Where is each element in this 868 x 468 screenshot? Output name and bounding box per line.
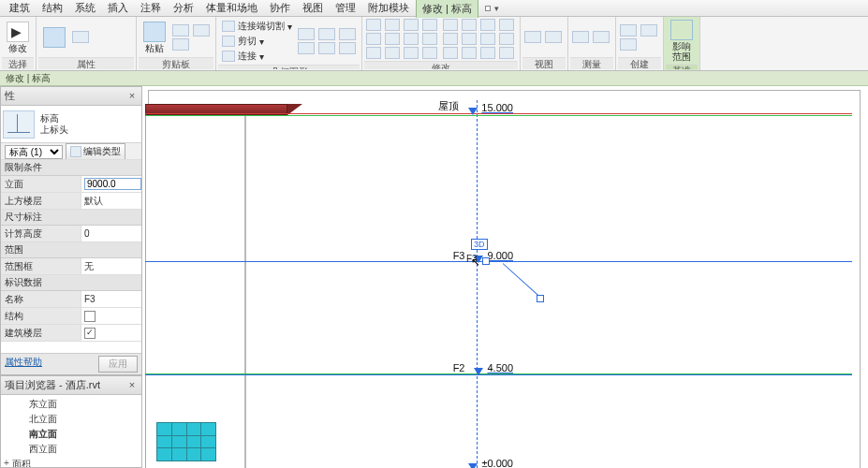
property-row[interactable]: 计算高度0 <box>1 226 141 242</box>
level-elbow-line[interactable] <box>503 263 541 298</box>
menu-tab[interactable]: 建筑 <box>4 0 36 17</box>
checkbox[interactable] <box>84 311 96 322</box>
level-elevation[interactable]: 15.000 <box>481 102 513 113</box>
drawing-canvas[interactable]: 3D 屋顶15.000F39.000F24.500±0.000 ↖ F3 <box>142 86 868 468</box>
instance-count-select[interactable]: 标高 (1) <box>5 145 63 159</box>
menu-tab[interactable]: 注释 <box>135 0 167 17</box>
menu-tab[interactable]: 体量和场地 <box>200 0 263 17</box>
menu-tab[interactable]: 附加模块 <box>362 0 415 17</box>
project-browser-tree[interactable]: 东立面北立面南立面西立面+面积+明细表/数量−图纸 (全部)001 - 总平面图… <box>1 395 141 467</box>
geom-icon[interactable] <box>318 28 335 40</box>
apply-button[interactable]: 应用 <box>98 356 138 373</box>
checkbox[interactable] <box>84 328 96 339</box>
match-icon[interactable] <box>172 38 189 51</box>
geom-icon[interactable] <box>318 42 335 54</box>
level-name[interactable]: F2 <box>453 362 465 373</box>
mirror-icon[interactable] <box>404 19 419 31</box>
delete-icon[interactable] <box>422 47 437 59</box>
modify-tool-button[interactable]: ▶ 修改 <box>2 20 34 55</box>
tool-icon[interactable] <box>499 47 514 59</box>
geom-icon[interactable] <box>298 42 315 54</box>
property-row[interactable]: 立面 <box>1 176 141 193</box>
material-swatch[interactable] <box>156 422 216 461</box>
split-icon[interactable] <box>422 33 437 45</box>
offset-icon[interactable] <box>385 19 400 31</box>
level-marker[interactable]: ±0.000 <box>459 458 513 468</box>
properties-title-bar[interactable]: 性 × <box>1 87 141 106</box>
level-name[interactable]: F3 <box>453 250 465 261</box>
tool-icon[interactable] <box>462 33 477 45</box>
tool-icon[interactable] <box>462 47 477 59</box>
menu-tab[interactable]: 系统 <box>69 0 101 17</box>
properties-help-link[interactable]: 属性帮助 <box>5 356 42 373</box>
close-icon[interactable]: × <box>126 91 138 102</box>
close-icon[interactable]: × <box>126 380 138 391</box>
menu-tab[interactable]: 插入 <box>102 0 134 17</box>
property-value[interactable]: 默认 <box>81 193 141 209</box>
cut-geom-button[interactable]: 剪切 ▾ <box>222 35 292 48</box>
level-line[interactable] <box>145 261 852 262</box>
tree-item[interactable]: 南立面 <box>1 427 141 442</box>
level-elevation[interactable]: 9.000 <box>487 250 513 261</box>
menu-tab[interactable]: 协作 <box>264 0 296 17</box>
copy-tool-icon[interactable] <box>366 33 381 45</box>
join-button[interactable]: 连接 ▾ <box>222 50 292 63</box>
scale-icon[interactable] <box>385 47 400 59</box>
tree-item[interactable]: +面积 <box>1 457 141 467</box>
geom-icon[interactable] <box>339 28 356 40</box>
copy-icon[interactable] <box>193 24 210 37</box>
property-row[interactable]: 结构 <box>1 308 141 325</box>
menu-tab[interactable]: 结构 <box>37 0 68 17</box>
menu-tab-active[interactable]: 修改 | 标高 <box>416 0 478 18</box>
propagate-extents-button[interactable]: 影响 范围 <box>666 18 698 64</box>
property-row[interactable]: 建筑楼层 <box>1 325 141 342</box>
type-icon[interactable] <box>72 31 89 43</box>
properties-button[interactable] <box>38 25 70 51</box>
tool-icon[interactable] <box>480 47 495 59</box>
tool-icon[interactable] <box>443 47 458 59</box>
level-marker[interactable]: F24.500 <box>453 362 513 373</box>
paste-button[interactable]: 粘贴 <box>139 20 170 55</box>
cut-icon[interactable] <box>172 24 189 37</box>
property-value[interactable] <box>81 176 141 192</box>
axis-3d-badge[interactable]: 3D <box>471 239 488 250</box>
tool-icon[interactable] <box>480 33 495 45</box>
assembly-icon[interactable] <box>620 38 637 51</box>
move-icon[interactable] <box>422 19 437 31</box>
property-value[interactable] <box>81 308 141 324</box>
trim-icon[interactable] <box>404 33 419 45</box>
tool-icon[interactable] <box>443 33 458 45</box>
panel-toggle-icon[interactable] <box>485 6 491 11</box>
property-value[interactable]: 0 <box>81 226 141 241</box>
pin-icon[interactable] <box>404 47 419 59</box>
menu-tab[interactable]: 分析 <box>168 0 199 17</box>
project-browser-title-bar[interactable]: 项目浏览器 - 酒店.rvt × <box>1 376 141 395</box>
menu-extras[interactable]: ▾ <box>485 4 499 13</box>
geom-icon[interactable] <box>298 28 315 40</box>
level-drag-handle[interactable] <box>482 257 490 265</box>
tool-icon[interactable] <box>443 19 458 31</box>
align-icon[interactable] <box>366 19 381 31</box>
property-row[interactable]: 上方楼层默认 <box>1 193 141 210</box>
rotate-icon[interactable] <box>385 33 400 45</box>
edit-type-button[interactable]: 编辑类型 <box>66 143 125 160</box>
dimension-icon[interactable] <box>593 31 610 43</box>
measure-icon[interactable] <box>572 31 589 43</box>
view-icon[interactable] <box>545 31 562 43</box>
tool-icon[interactable] <box>462 19 477 31</box>
level-end-handle[interactable] <box>537 295 544 302</box>
property-row[interactable]: 范围框无 <box>1 258 141 275</box>
property-value[interactable]: 无 <box>81 258 141 274</box>
menu-tab[interactable]: 管理 <box>330 0 361 17</box>
cope-button[interactable]: 连接端切割 ▾ <box>222 20 292 33</box>
tool-icon[interactable] <box>499 33 514 45</box>
level-elevation[interactable]: 4.500 <box>487 362 513 373</box>
tool-icon[interactable] <box>499 19 514 31</box>
group-icon[interactable] <box>640 24 657 37</box>
tool-icon[interactable] <box>480 19 495 31</box>
level-line[interactable] <box>145 113 852 114</box>
chevron-down-icon[interactable]: ▾ <box>494 4 499 13</box>
level-name[interactable]: 屋顶 <box>438 99 459 113</box>
array-icon[interactable] <box>366 47 381 59</box>
tree-item[interactable]: 北立面 <box>1 412 141 427</box>
